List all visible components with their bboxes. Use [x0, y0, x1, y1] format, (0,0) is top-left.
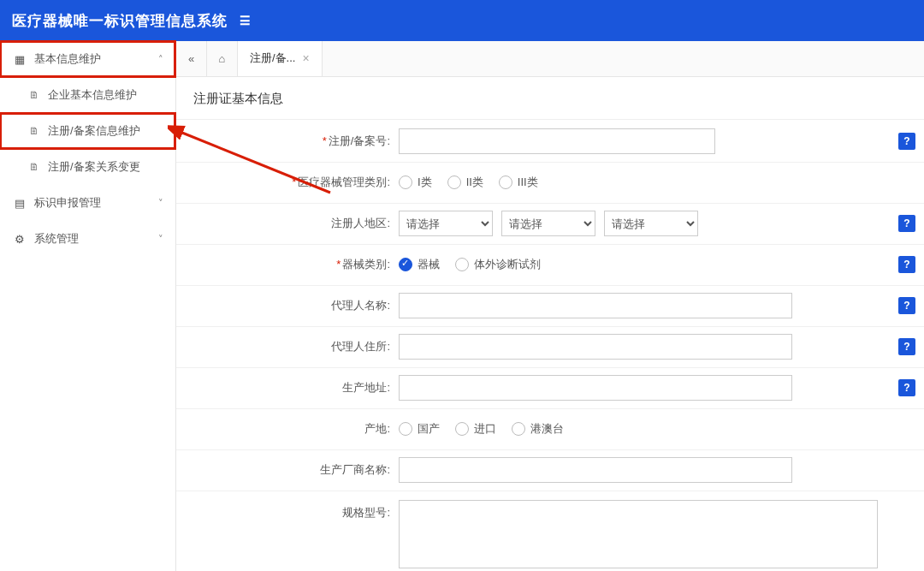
- radio-device-2[interactable]: 体外诊断试剂: [455, 257, 541, 272]
- tab-home[interactable]: ⌂: [207, 41, 238, 76]
- main-content: « ⌂ 注册/备... × 注册证基本信息 *注册/备案号: ? *医疗器械管理…: [176, 41, 924, 571]
- row-reg-region: 注册人地区: 请选择 请选择 请选择 ?: [176, 204, 924, 245]
- region-select-1[interactable]: 请选择: [399, 211, 493, 236]
- sidebar-item-label: 企业基本信息维护: [48, 87, 137, 103]
- document-icon: 🗎: [27, 125, 41, 137]
- radio-device-1[interactable]: 器械: [399, 257, 440, 272]
- section-title: 注册证基本信息: [176, 77, 924, 120]
- document-icon: 🗎: [27, 161, 41, 173]
- tab-label: 注册/备...: [250, 51, 295, 66]
- radio-origin-2[interactable]: 进口: [455, 421, 496, 437]
- mfr-name-input[interactable]: [399, 457, 792, 483]
- row-device-class: *器械类别: 器械 体外诊断试剂 ?: [176, 245, 924, 286]
- help-icon[interactable]: ?: [898, 379, 915, 396]
- radio-origin-3[interactable]: 港澳台: [512, 421, 564, 437]
- row-mfr-name: 生产厂商名称:: [176, 450, 924, 491]
- tab-registration[interactable]: 注册/备... ×: [238, 41, 323, 76]
- row-prod-addr: 生产地址: ?: [176, 368, 924, 409]
- sidebar-item-label: 注册/备案信息维护: [48, 123, 140, 139]
- help-icon[interactable]: ?: [898, 338, 915, 355]
- sidebar-group-label: 基本信息维护: [34, 51, 101, 67]
- table-icon: ▤: [12, 197, 27, 210]
- home-icon: ⌂: [219, 52, 226, 65]
- radio-origin-1[interactable]: 国产: [399, 421, 440, 437]
- sidebar-group-label: 系统管理: [34, 231, 79, 247]
- chevron-down-icon: ˅: [158, 234, 163, 245]
- region-select-3[interactable]: 请选择: [604, 211, 698, 236]
- help-icon[interactable]: ?: [898, 297, 915, 314]
- sidebar: ▦ 基本信息维护 ˄ 🗎 企业基本信息维护 🗎 注册/备案信息维护 🗎 注册/备…: [0, 41, 176, 571]
- row-spec: 规格型号:: [176, 491, 924, 571]
- agent-name-input[interactable]: [399, 293, 792, 318]
- sidebar-item-relation-change[interactable]: 🗎 注册/备案关系变更: [0, 149, 175, 185]
- chevron-down-icon: ˅: [158, 198, 163, 209]
- header-collapse-icon[interactable]: ☰: [240, 14, 252, 27]
- grid-icon: ▦: [12, 53, 27, 66]
- reg-no-input[interactable]: [399, 128, 715, 154]
- sidebar-item-label: 注册/备案关系变更: [48, 159, 140, 175]
- gear-icon: ⚙: [12, 233, 27, 246]
- row-agent-name: 代理人名称: ?: [176, 286, 924, 327]
- chevron-up-icon: ˄: [158, 54, 163, 65]
- registration-form: *注册/备案号: ? *医疗器械管理类别: I类 II类 III类: [176, 120, 924, 571]
- sidebar-group-system[interactable]: ⚙ 系统管理 ˅: [0, 221, 175, 257]
- origin-radio-group: 国产 进口 港澳台: [399, 421, 564, 437]
- app-title: 医疗器械唯一标识管理信息系统: [12, 11, 228, 31]
- sidebar-group-label: 标识申报管理: [34, 195, 101, 211]
- spec-textarea[interactable]: [399, 500, 878, 568]
- help-icon[interactable]: ?: [898, 133, 915, 150]
- sidebar-item-registration-info[interactable]: 🗎 注册/备案信息维护: [0, 113, 175, 149]
- close-icon[interactable]: ×: [302, 51, 309, 65]
- radio-class-3[interactable]: III类: [499, 175, 538, 190]
- radio-class-2[interactable]: II类: [447, 175, 483, 190]
- sidebar-group-identification[interactable]: ▤ 标识申报管理 ˅: [0, 185, 175, 221]
- help-icon[interactable]: ?: [898, 215, 915, 232]
- sidebar-group-basic-info[interactable]: ▦ 基本信息维护 ˄: [0, 41, 175, 77]
- radio-class-1[interactable]: I类: [399, 175, 432, 190]
- prod-addr-input[interactable]: [399, 375, 792, 401]
- tabs-collapse-button[interactable]: «: [176, 41, 207, 76]
- device-class-radio-group: 器械 体外诊断试剂: [399, 257, 541, 272]
- help-icon[interactable]: ?: [898, 256, 915, 273]
- agent-addr-input[interactable]: [399, 334, 792, 360]
- sidebar-item-enterprise-info[interactable]: 🗎 企业基本信息维护: [0, 77, 175, 113]
- tab-bar: « ⌂ 注册/备... ×: [176, 41, 924, 77]
- row-origin: 产地: 国产 进口 港澳台: [176, 409, 924, 450]
- document-icon: 🗎: [27, 89, 41, 101]
- mgmt-class-radio-group: I类 II类 III类: [399, 175, 538, 190]
- row-agent-addr: 代理人住所: ?: [176, 327, 924, 368]
- region-select-2[interactable]: 请选择: [501, 211, 595, 236]
- row-reg-no: *注册/备案号: ?: [176, 122, 924, 163]
- app-header: 医疗器械唯一标识管理信息系统 ☰: [0, 0, 924, 41]
- row-mgmt-class: *医疗器械管理类别: I类 II类 III类: [176, 163, 924, 204]
